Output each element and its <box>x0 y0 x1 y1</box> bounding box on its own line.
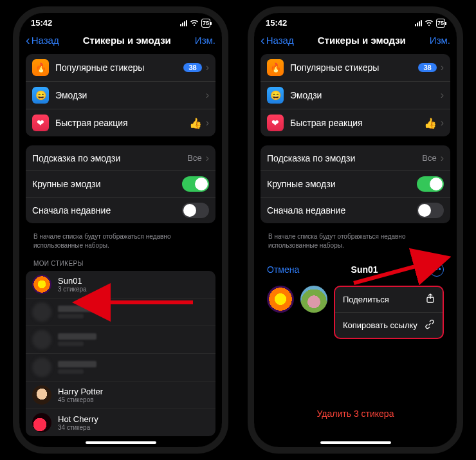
row-recent-first: Сначала недавние <box>261 198 450 223</box>
row-large-emoji: Крупные эмодзи <box>261 171 450 198</box>
notch <box>73 13 169 27</box>
row-large-emoji: Крупные эмодзи <box>26 171 215 198</box>
battery-icon: 75 <box>201 19 210 28</box>
wifi-icon <box>425 19 434 28</box>
count-badge: 38 <box>418 63 436 72</box>
chevron-right-icon: › <box>206 117 209 129</box>
chevron-right-icon: › <box>441 152 444 164</box>
chevron-right-icon: › <box>441 62 444 73</box>
sticker-thumb[interactable] <box>267 286 294 313</box>
group-top: 🔥 Популярные стикеры 38 › 😄 Эмодзи › ❤︎ … <box>261 54 450 136</box>
fire-icon: 🔥 <box>32 59 49 76</box>
footnote: Художники могут создавать собственные на… <box>26 445 215 447</box>
sticker-pack-cherry[interactable]: Hot Cherry34 стикера <box>26 409 215 436</box>
row-recent-first: Сначала недавние <box>26 198 215 223</box>
chevron-right-icon: › <box>206 62 209 73</box>
notch <box>307 13 404 27</box>
page-title: Стикеры и эмодзи <box>83 35 171 46</box>
chevron-right-icon: › <box>441 89 444 101</box>
row-popular-stickers[interactable]: 🔥 Популярные стикеры 38 › <box>26 54 215 82</box>
context-menu: Поделиться Копировать ссылку <box>334 286 444 339</box>
svg-line-2 <box>354 259 444 283</box>
home-indicator[interactable] <box>86 441 156 444</box>
emoji-icon: 😄 <box>267 87 284 104</box>
status-time: 15:42 <box>31 18 52 28</box>
row-quick-reaction[interactable]: ❤︎ Быстрая реакция 👍 › <box>26 109 215 136</box>
sticker-pack-blurred[interactable] <box>26 354 215 382</box>
sticker-pack-harry[interactable]: Harry Potter45 стикеров <box>26 382 215 409</box>
pack-icon <box>32 413 51 432</box>
page-title: Стикеры и эмодзи <box>318 35 406 46</box>
home-indicator[interactable] <box>320 441 391 444</box>
row-quick-reaction[interactable]: ❤︎ Быстрая реакция 👍 › <box>261 109 450 136</box>
toggle-recent-first[interactable] <box>182 203 209 218</box>
toggle-large-emoji[interactable] <box>417 176 444 192</box>
count-badge: 38 <box>183 63 201 72</box>
status-time: 15:42 <box>266 18 287 28</box>
link-icon <box>425 319 435 331</box>
back-button[interactable]: ‹Назад <box>261 33 294 48</box>
edit-button[interactable]: Изм. <box>430 35 450 46</box>
heart-icon: ❤︎ <box>32 115 49 131</box>
thumb-icon: 👍 <box>424 117 437 129</box>
phone-right: 15:42 75 ‹Назад Стикеры и эмодзи Изм. 🔥 <box>248 6 463 454</box>
delete-button[interactable]: Удалить 3 стикера <box>254 398 457 429</box>
group-settings: Подсказка по эмодзи Все › Крупные эмодзи… <box>26 145 215 223</box>
row-emoji-hint[interactable]: Подсказка по эмодзи Все › <box>261 145 450 171</box>
row-emoji-hint[interactable]: Подсказка по эмодзи Все › <box>26 145 215 171</box>
menu-copy-link[interactable]: Копировать ссылку <box>335 313 443 338</box>
sticker-thumb[interactable] <box>300 286 327 313</box>
heart-icon: ❤︎ <box>267 115 284 131</box>
toggle-recent-first[interactable] <box>417 203 444 218</box>
chevron-right-icon: › <box>441 117 444 129</box>
nav-bar: ‹Назад Стикеры и эмодзи Изм. <box>254 29 457 54</box>
signal-icon <box>180 20 187 26</box>
chevron-left-icon: ‹ <box>261 33 265 48</box>
fire-icon: 🔥 <box>267 59 284 76</box>
cancel-button[interactable]: Отмена <box>267 264 299 275</box>
hint-text: В начале списка будут отображаться недав… <box>26 232 215 257</box>
pack-icon <box>32 385 51 405</box>
nav-bar: ‹Назад Стикеры и эмодзи Изм. <box>19 29 222 54</box>
toggle-large-emoji[interactable] <box>182 176 209 192</box>
emoji-icon: 😄 <box>32 87 49 104</box>
annotation-arrow <box>347 251 457 292</box>
thumb-icon: 👍 <box>189 117 202 129</box>
section-header-my-stickers: МОИ СТИКЕРЫ <box>26 257 215 271</box>
battery-icon: 75 <box>436 19 445 28</box>
row-emoji[interactable]: 😄 Эмодзи › <box>26 82 215 109</box>
wifi-icon <box>190 19 199 28</box>
sticker-pack-blurred[interactable] <box>26 326 215 354</box>
chevron-left-icon: ‹ <box>26 33 30 48</box>
annotation-arrow <box>96 290 199 318</box>
back-button[interactable]: ‹Назад <box>26 33 59 48</box>
chevron-right-icon: › <box>206 152 209 164</box>
chevron-right-icon: › <box>206 89 209 101</box>
edit-button[interactable]: Изм. <box>195 35 215 46</box>
row-emoji[interactable]: 😄 Эмодзи › <box>261 82 450 109</box>
signal-icon <box>415 20 422 26</box>
group-top: 🔥 Популярные стикеры 38 › 😄 Эмодзи › ❤︎ … <box>26 54 215 136</box>
share-icon <box>426 293 435 306</box>
pack-icon <box>32 275 51 294</box>
phone-left: 15:42 75 ‹Назад Стикеры и эмодзи Изм. 🔥 <box>13 6 228 454</box>
group-settings: Подсказка по эмодзи Все › Крупные эмодзи… <box>261 145 450 223</box>
row-popular-stickers[interactable]: 🔥 Популярные стикеры 38 › <box>261 54 450 82</box>
